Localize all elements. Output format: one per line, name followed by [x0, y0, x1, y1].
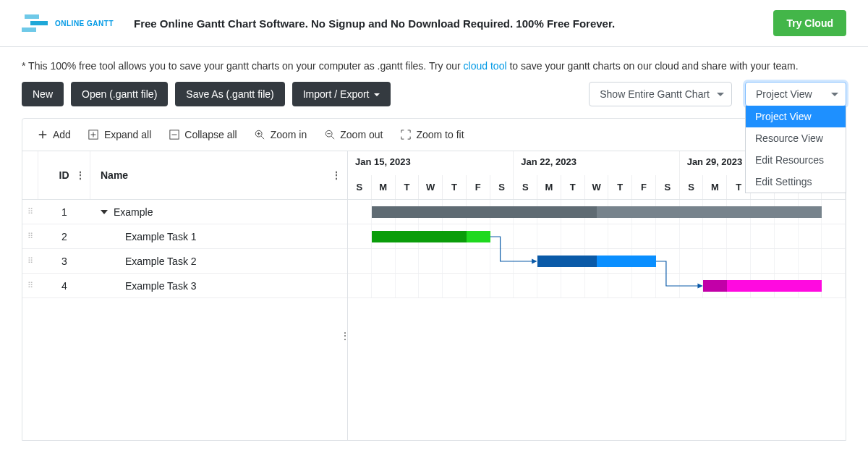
zoom-in-icon [255, 130, 265, 140]
brand-text: ONLINE GANTT [55, 20, 114, 28]
save-as-button[interactable]: Save As (.gantt file) [175, 82, 284, 106]
day-header: T [443, 175, 467, 200]
drag-handle-icon[interactable]: ⠿ [22, 232, 38, 241]
timeline: Jan 15, 2023 Jan 22, 2023 Jan 29, 2023 S… [348, 151, 846, 440]
try-cloud-button[interactable]: Try Cloud [773, 10, 846, 36]
expand-all-button[interactable]: Expand all [81, 124, 158, 145]
import-export-button[interactable]: Import / Export [292, 82, 391, 106]
info-prefix: * This 100% free tool allows you to save… [22, 60, 464, 72]
day-header: S [490, 175, 514, 200]
new-button[interactable]: New [22, 82, 64, 106]
open-button[interactable]: Open (.gantt file) [71, 82, 168, 106]
collapse-all-button[interactable]: Collapse all [161, 124, 244, 145]
add-button[interactable]: Add [30, 124, 78, 145]
day-header: T [396, 175, 420, 200]
column-header-id[interactable]: ID ⋮ [38, 151, 90, 199]
timeline-row [348, 274, 846, 298]
table-row[interactable]: ⠿ 1 Example [22, 200, 347, 224]
svg-rect-2 [22, 28, 36, 32]
task-grid: ID ⋮ Name ⋮ ⠿ 1 Example ⠿ 2 Example Task… [22, 151, 348, 440]
logo[interactable]: ONLINE GANTT [22, 14, 114, 32]
zoom-in-button[interactable]: Zoom in [247, 124, 315, 145]
kebab-icon[interactable]: ⋮ [75, 169, 85, 181]
plus-icon [37, 130, 48, 140]
timeline-row [348, 249, 846, 274]
column-header-name[interactable]: Name ⋮ [90, 151, 347, 199]
gantt-bar-progress [372, 206, 597, 218]
dropdown-item-edit-resources[interactable]: Edit Resources [746, 149, 846, 171]
day-header: T [608, 175, 632, 200]
gantt-logo-icon [22, 14, 51, 32]
view-select[interactable]: Project View Project View Resource View … [745, 82, 846, 106]
drag-handle-icon[interactable]: ⠿ [22, 256, 38, 266]
chevron-down-icon [717, 93, 724, 96]
zoom-out-icon [324, 130, 335, 140]
day-header: W [585, 175, 609, 200]
tagline: Free Online Gantt Chart Software. No Sig… [134, 17, 773, 30]
zoom-out-button[interactable]: Zoom out [317, 124, 390, 145]
gantt-bar-progress [372, 231, 467, 242]
kebab-icon[interactable]: ⋮ [331, 169, 341, 181]
day-header: M [703, 175, 727, 200]
info-suffix: to save your gantt charts on our cloud a… [509, 60, 798, 72]
day-header: M [372, 175, 396, 200]
dropdown-item-edit-settings[interactable]: Edit Settings [746, 171, 846, 193]
collapse-icon [169, 130, 179, 140]
chevron-down-icon [374, 93, 380, 96]
day-header: W [419, 175, 443, 200]
chevron-down-icon[interactable] [101, 210, 108, 214]
show-entire-select[interactable]: Show Entire Gantt Chart [589, 82, 732, 106]
cloud-tool-link[interactable]: cloud tool [464, 60, 507, 72]
day-header: F [467, 175, 490, 200]
day-header: S [680, 175, 704, 200]
dropdown-item-resource-view[interactable]: Resource View [746, 127, 846, 149]
day-header: M [537, 175, 561, 200]
day-header: S [656, 175, 680, 200]
drag-handle-icon[interactable]: ⠿ [22, 281, 38, 290]
zoom-to-fit-button[interactable]: Zoom to fit [393, 124, 471, 145]
dropdown-item-project-view[interactable]: Project View [746, 106, 846, 127]
table-row[interactable]: ⠿ 2 Example Task 1 [22, 224, 347, 249]
week-header: Jan 22, 2023 [514, 151, 679, 175]
expand-icon [88, 130, 99, 140]
timeline-row [348, 200, 846, 224]
gantt-bar-progress [537, 256, 597, 267]
zoom-fit-icon [400, 130, 411, 140]
view-dropdown: Project View Resource View Edit Resource… [745, 106, 846, 193]
gantt-bar-progress [703, 280, 727, 292]
chevron-down-icon [831, 93, 838, 96]
drag-handle-icon[interactable]: ⠿ [22, 207, 38, 216]
table-row[interactable]: ⠿ 4 Example Task 3 [22, 274, 347, 298]
day-header: F [632, 175, 656, 200]
day-header: S [348, 175, 372, 200]
timeline-row [348, 224, 846, 249]
info-text: * This 100% free tool allows you to save… [0, 47, 868, 82]
day-header: S [514, 175, 537, 200]
table-row[interactable]: ⠿ 3 Example Task 2 [22, 249, 347, 274]
week-header: Jan 15, 2023 [348, 151, 514, 175]
day-header: T [561, 175, 585, 200]
svg-rect-1 [30, 21, 48, 25]
svg-rect-0 [25, 14, 39, 19]
